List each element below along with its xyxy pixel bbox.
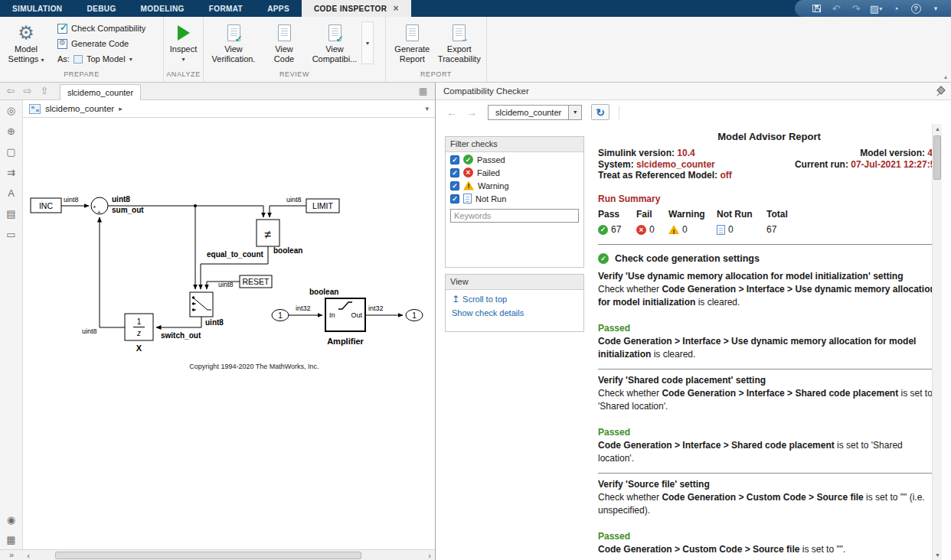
- tab-code-inspector-label: CODE INSPECTOR: [314, 5, 387, 13]
- expand-icon[interactable]: »: [0, 549, 23, 560]
- breadcrumb-dropdown-icon[interactable]: ▾: [425, 105, 429, 112]
- tab-apps[interactable]: APPS: [255, 0, 302, 17]
- filter-option-failed[interactable]: Failed: [446, 167, 583, 178]
- compatibility-checker-panel: Compatibility Checker ← → slcidemo_count…: [435, 83, 951, 560]
- run-summary-heading: Run Summary: [598, 193, 940, 206]
- annotation-icon[interactable]: A: [4, 187, 19, 200]
- vertical-scrollbar[interactable]: ▲ ▼: [932, 124, 942, 560]
- checkbox-notrun[interactable]: [450, 194, 459, 203]
- model-settings-button[interactable]: ⚙ Model Settings ▾: [3, 19, 49, 68]
- chevron-down-icon: ▾: [129, 56, 132, 63]
- generate-report-button[interactable]: Generate Report: [389, 19, 436, 68]
- filter-failed-label: Failed: [477, 168, 500, 177]
- tab-modeling[interactable]: MODELING: [129, 0, 197, 17]
- keywords-input[interactable]: [450, 209, 579, 223]
- checkbox-failed[interactable]: [450, 168, 459, 177]
- collapse-ribbon-icon[interactable]: ▴: [944, 73, 947, 80]
- review-gallery-dropdown[interactable]: ▾: [361, 21, 374, 64]
- filter-checks-header: Filter checks: [446, 137, 583, 152]
- simulink-version: Simulink version: 10.4: [598, 148, 732, 159]
- wire-switch-to-delay[interactable]: [156, 317, 201, 327]
- pace-icon[interactable]: ◔: [888, 2, 904, 15]
- tab-code-inspector[interactable]: CODE INSPECTOR ×: [302, 0, 411, 17]
- show-check-details-link[interactable]: Show check details: [452, 308, 583, 317]
- section-passed-icon: [598, 253, 609, 264]
- scroll-to-top-link[interactable]: ↥ Scroll to top: [452, 294, 583, 304]
- filter-option-warning[interactable]: Warning: [446, 180, 583, 191]
- undo-icon[interactable]: ↶: [828, 2, 844, 15]
- camera-icon[interactable]: ◉: [4, 514, 19, 526]
- inc-signal-type: uint8: [64, 196, 79, 203]
- back-icon[interactable]: ⇦: [3, 85, 18, 96]
- scroll-left-icon[interactable]: ‹: [23, 551, 34, 560]
- report-forward-icon[interactable]: →: [465, 106, 479, 119]
- combo-dropdown-icon[interactable]: ▼: [568, 106, 581, 119]
- vertical-scrollbar-thumb[interactable]: [933, 135, 941, 180]
- save-icon[interactable]: [809, 2, 824, 15]
- wire-limit-to-neq[interactable]: [270, 206, 306, 217]
- horizontal-scrollbar[interactable]: ‹ ›: [23, 549, 435, 560]
- filter-option-passed[interactable]: Passed: [446, 154, 583, 165]
- divider: [598, 369, 940, 370]
- switch-signal-type: uint8: [205, 318, 224, 327]
- generate-code-button[interactable]: Generate Code: [55, 36, 148, 51]
- delay-numerator: 1: [137, 317, 142, 326]
- scroll-down-icon[interactable]: ▼: [933, 550, 943, 560]
- zoom-icon[interactable]: ⊕: [4, 125, 19, 138]
- model-settings-label-2: Settings: [8, 54, 39, 63]
- model-selector-value: slcidemo_counter: [489, 106, 568, 119]
- browse-icon[interactable]: ◎: [4, 105, 19, 117]
- amplifier-out-port-label: Out: [351, 311, 362, 319]
- inc-block-label: INC: [39, 201, 54, 210]
- check-description: Check whether Code Generation > Interfac…: [598, 387, 940, 413]
- scroll-to-top-icon: ↥: [452, 294, 459, 304]
- checkbox-warning[interactable]: [450, 181, 459, 190]
- tab-format[interactable]: FORMAT: [197, 0, 255, 17]
- image-icon[interactable]: ▤: [4, 208, 19, 220]
- screenshot-icon[interactable]: ▨▾: [868, 2, 884, 15]
- inspect-button[interactable]: Inspect ▾: [167, 19, 200, 68]
- fit-view-icon[interactable]: ▢: [4, 146, 19, 158]
- model-selector[interactable]: slcidemo_counter ▼: [488, 105, 582, 120]
- pin-icon[interactable]: [935, 86, 944, 96]
- help-icon[interactable]: ?: [908, 2, 923, 15]
- check-compatibility-button[interactable]: Check Compatibility: [55, 21, 148, 36]
- report-back-icon[interactable]: ←: [445, 106, 459, 119]
- tab-debug[interactable]: DEBUG: [74, 0, 128, 17]
- model-version: Model version: 4.6: [795, 148, 940, 159]
- refresh-button[interactable]: ↻: [591, 104, 609, 120]
- checkbox-passed[interactable]: [450, 155, 459, 164]
- viewmarks-icon[interactable]: ▦: [419, 86, 427, 96]
- close-tab-icon[interactable]: ×: [393, 5, 398, 12]
- model-advisor-report: Model Advisor Report Simulink version: 1…: [598, 124, 940, 560]
- up-icon[interactable]: ⇧: [37, 85, 52, 96]
- breadcrumb[interactable]: slcidemo_counter: [45, 104, 114, 113]
- scroll-right-icon[interactable]: ›: [424, 551, 435, 560]
- check-compatibility-icon: [57, 24, 67, 34]
- scroll-up-icon[interactable]: ▲: [933, 124, 943, 134]
- horizontal-scrollbar-thumb[interactable]: [55, 552, 361, 559]
- view-verification-button[interactable]: View Verification.: [207, 19, 260, 68]
- view-code-button[interactable]: View Code: [260, 19, 308, 68]
- model-canvas[interactable]: INC + + ≠ LIMIT RESET 1: [23, 118, 435, 549]
- redo-icon[interactable]: ↷: [848, 2, 864, 15]
- area-icon[interactable]: ▭: [4, 229, 19, 241]
- summary-notrun: Not Run 0: [717, 208, 766, 236]
- tab-simulation[interactable]: SIMULATION: [0, 0, 74, 17]
- filter-option-notrun[interactable]: Not Run: [446, 193, 583, 204]
- forward-icon[interactable]: ⇨: [20, 85, 35, 96]
- more-icon[interactable]: ▾: [928, 2, 943, 15]
- view-compatibility-button[interactable]: View Compatibi...: [308, 19, 361, 68]
- as-top-model-dropdown[interactable]: As: Top Model ▾: [55, 51, 148, 67]
- board-icon[interactable]: ▦: [4, 534, 19, 546]
- view-verification-label-1: View: [224, 44, 243, 54]
- neq-symbol: ≠: [265, 228, 272, 241]
- wire-delay-to-sum[interactable]: [100, 217, 125, 327]
- export-traceability-button[interactable]: Export Traceability: [436, 19, 483, 68]
- signal-icon[interactable]: ⇉: [4, 167, 19, 179]
- section-title: Check code generation settings: [615, 252, 760, 265]
- toolstrip-tabbar: SIMULATION DEBUG MODELING FORMAT APPS CO…: [0, 0, 951, 17]
- unit-delay-name: X: [136, 343, 142, 353]
- export-traceability-label-1: Export: [447, 44, 472, 54]
- model-tab[interactable]: slcidemo_counter: [60, 84, 141, 100]
